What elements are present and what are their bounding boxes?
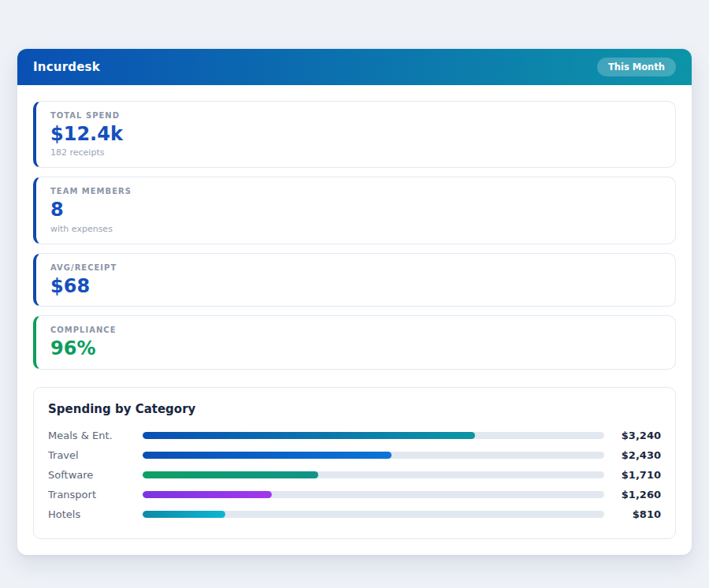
stat-label: AVG/RECEIPT xyxy=(50,263,661,272)
stat-card-avg-receipt: AVG/RECEIPT$68 xyxy=(33,253,676,307)
stat-card-compliance: COMPLIANCE96% xyxy=(33,315,676,369)
stat-card-list: TOTAL SPEND$12.4k182 receiptsTEAM MEMBER… xyxy=(33,101,676,370)
category-value: $810 xyxy=(612,508,661,520)
bar-fill xyxy=(143,432,475,439)
chart-row-travel: Travel$2,430 xyxy=(48,445,661,465)
bar-track xyxy=(143,452,604,459)
bar-track xyxy=(143,471,604,478)
category-label: Software xyxy=(48,469,143,481)
stat-subtext: 182 receipts xyxy=(50,147,661,158)
bar-fill xyxy=(143,491,272,498)
bar-fill xyxy=(143,471,318,478)
stat-value: 8 xyxy=(50,199,661,220)
stat-card-total-spend: TOTAL SPEND$12.4k182 receipts xyxy=(33,101,676,168)
stat-label: TEAM MEMBERS xyxy=(50,187,661,195)
bar-track xyxy=(143,432,604,439)
category-label: Hotels xyxy=(48,508,143,520)
category-label: Meals & Ent. xyxy=(48,430,143,441)
incurdesk-widget: Incurdesk This Month TOTAL SPEND$12.4k18… xyxy=(17,49,692,555)
chart-row-hotels: Hotels$810 xyxy=(48,504,661,524)
category-label: Transport xyxy=(48,489,143,501)
bar-track xyxy=(143,491,604,498)
stat-value: $12.4k xyxy=(50,124,661,144)
page-background: Incurdesk This Month TOTAL SPEND$12.4k18… xyxy=(0,0,709,588)
category-value: $1,710 xyxy=(612,469,661,481)
stat-value: $68 xyxy=(50,276,661,296)
chart-title: Spending by Category xyxy=(48,402,661,416)
category-label: Travel xyxy=(48,449,143,461)
stat-value: 96% xyxy=(50,338,661,359)
app-title: Incurdesk xyxy=(33,60,100,74)
spending-chart-card: Spending by Category Meals & Ent.$3,240T… xyxy=(33,387,676,539)
chart-row-software: Software$1,710 xyxy=(48,465,661,485)
category-value: $3,240 xyxy=(612,430,661,441)
stat-label: COMPLIANCE xyxy=(50,326,661,334)
stat-label: TOTAL SPEND xyxy=(50,111,661,120)
chart-row-list: Meals & Ent.$3,240Travel$2,430Software$1… xyxy=(48,426,661,524)
category-value: $2,430 xyxy=(612,449,661,461)
stat-card-team-members: TEAM MEMBERS8with expenses xyxy=(33,177,676,244)
app-header: Incurdesk This Month xyxy=(17,49,692,85)
chart-row-meals-ent-: Meals & Ent.$3,240 xyxy=(48,426,661,445)
bar-fill xyxy=(143,511,225,518)
bar-fill xyxy=(143,452,392,459)
stat-subtext: with expenses xyxy=(50,224,661,234)
chart-row-transport: Transport$1,260 xyxy=(48,485,661,504)
dashboard-content: TOTAL SPEND$12.4k182 receiptsTEAM MEMBER… xyxy=(17,85,692,555)
category-value: $1,260 xyxy=(612,489,661,501)
bar-track xyxy=(143,511,604,518)
period-badge[interactable]: This Month xyxy=(597,58,676,76)
